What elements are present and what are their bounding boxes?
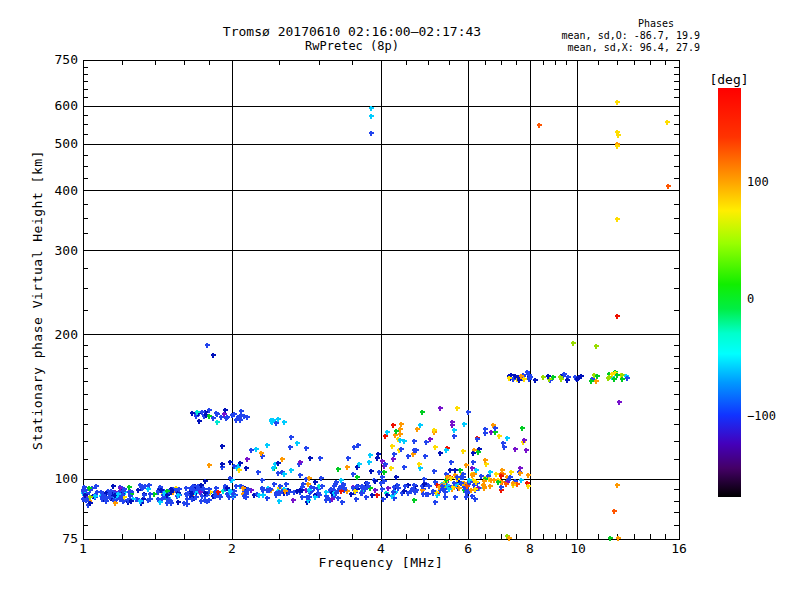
scatter-point: [336, 496, 341, 501]
scatter-point: [589, 379, 594, 384]
scatter-point: [443, 490, 448, 495]
scatter-point: [488, 484, 493, 489]
scatter-point: [443, 495, 448, 500]
x-tick-label: 1: [79, 541, 87, 556]
scatter-point: [391, 423, 396, 428]
scatter-point: [203, 479, 208, 484]
scatter-point: [418, 423, 423, 428]
y-tick-label: 750: [55, 52, 78, 67]
scatter-point: [382, 470, 387, 475]
scatter-point: [452, 434, 457, 439]
scatter-point: [392, 496, 397, 501]
scatter-point: [471, 460, 476, 465]
scatter-point: [426, 492, 431, 497]
scatter-point: [238, 461, 243, 466]
scatter-point: [474, 480, 479, 485]
scatter-point: [211, 353, 216, 358]
scatter-point: [284, 482, 289, 487]
scatter-point: [453, 495, 458, 500]
scatter-point: [298, 473, 303, 478]
scatter-point: [507, 536, 512, 541]
scatter-point: [254, 447, 259, 452]
gridlines: [83, 60, 679, 539]
scatter-point: [412, 439, 417, 444]
scatter-point: [391, 457, 396, 462]
scatter-point: [357, 462, 362, 467]
scatter-points: [81, 100, 671, 541]
scatter-point: [227, 495, 232, 500]
scatter-point: [200, 494, 205, 499]
x-tick-label: 10: [570, 541, 586, 556]
scatter-point: [313, 480, 318, 485]
scatter-point: [385, 430, 390, 435]
scatter-point: [615, 314, 620, 319]
scatter-point: [308, 456, 313, 461]
scatter-point: [513, 447, 518, 452]
scatter-point: [276, 461, 281, 466]
scatter-point: [422, 477, 427, 482]
scatter-point: [392, 452, 397, 457]
ionogram-chart: 124681016 75060050040030020010075 Tromsø…: [0, 0, 800, 600]
scatter-point: [282, 420, 287, 425]
colorbar-tick-label: 100: [747, 175, 769, 189]
x-tick-label: 6: [464, 541, 472, 556]
scatter-point: [369, 114, 374, 119]
scatter-point: [244, 466, 249, 471]
scatter-point: [280, 457, 285, 462]
scatter-point: [351, 472, 356, 477]
scatter-point: [612, 509, 617, 514]
y-tick-label: 300: [55, 243, 78, 258]
scatter-point: [265, 496, 270, 501]
scatter-point: [345, 465, 350, 470]
scatter-point: [306, 482, 311, 487]
scatter-point: [234, 484, 239, 489]
scatter-point: [136, 488, 141, 493]
scatter-point: [392, 485, 397, 490]
phases-heading: Phases: [638, 18, 674, 29]
colorbar-unit-label: [deg]: [709, 72, 748, 87]
scatter-point: [483, 431, 488, 436]
scatter-point: [444, 448, 449, 453]
scatter-point: [433, 500, 438, 505]
scatter-point: [219, 415, 224, 420]
scatter-point: [373, 488, 378, 493]
scatter-point: [184, 486, 189, 491]
y-tick-label: 600: [55, 98, 78, 113]
scatter-point: [438, 451, 443, 456]
scatter-point: [381, 497, 386, 502]
scatter-point: [289, 435, 294, 440]
plot-subtitle: RwPretec (8p): [305, 39, 399, 53]
scatter-point: [239, 409, 244, 414]
scatter-point: [289, 468, 294, 473]
scatter-point: [398, 432, 403, 437]
scatter-point: [608, 536, 613, 541]
scatter-point: [417, 462, 422, 467]
scatter-point: [420, 410, 425, 415]
scatter-point: [402, 465, 407, 470]
scatter-point: [320, 484, 325, 489]
scatter-point: [537, 123, 542, 128]
scatter-point: [176, 500, 181, 505]
scatter-point: [509, 470, 514, 475]
scatter-point: [319, 476, 324, 481]
x-tick-label: 16: [671, 541, 687, 556]
scatter-point: [448, 468, 453, 473]
scatter-point: [571, 341, 576, 346]
phases-mean-x: mean, sd,X: 96.4, 27.9: [568, 42, 700, 53]
scatter-point: [594, 379, 599, 384]
y-tick-label: 200: [55, 327, 78, 342]
scatter-point: [375, 456, 380, 461]
scatter-point: [245, 457, 250, 462]
scatter-point: [473, 497, 478, 502]
scatter-point: [665, 120, 670, 125]
scatter-point: [476, 450, 481, 455]
scatter-point: [341, 482, 346, 487]
scatter-point: [483, 458, 488, 463]
y-tick-label: 75: [62, 531, 78, 546]
scatter-point: [220, 444, 225, 449]
scatter-point: [127, 485, 132, 490]
y-tick-label: 100: [55, 471, 78, 486]
scatter-point: [207, 487, 212, 492]
scatter-point: [197, 419, 202, 424]
scatter-point: [461, 449, 466, 454]
